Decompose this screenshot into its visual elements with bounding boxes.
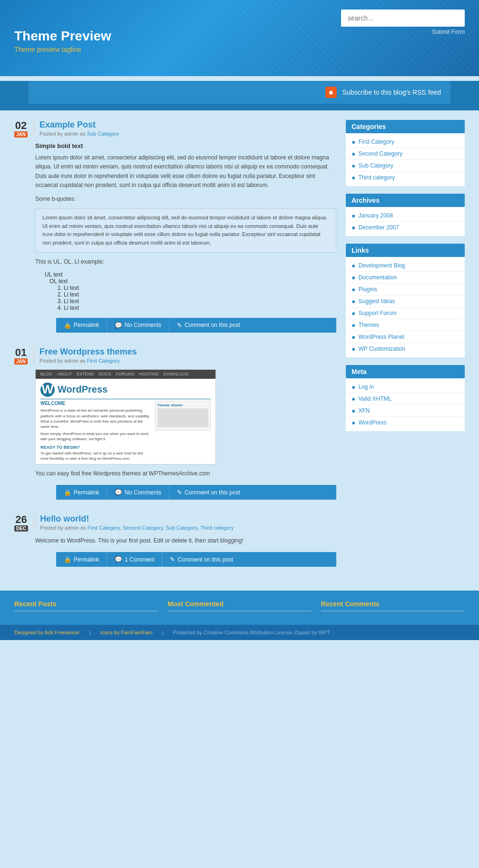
permalink-button-2[interactable]: 🔒 Permalink xyxy=(56,485,107,500)
post-cat-second[interactable]: Second Category xyxy=(123,525,163,531)
footer-most-commented-title: Most Commented xyxy=(167,600,311,612)
post-meta-3: Hello world! Posted by admin as First Ca… xyxy=(34,514,234,531)
post-bold-text-1: Simple bold text xyxy=(35,142,336,149)
post-author-1: Posted by admin as Sub Category xyxy=(39,131,119,137)
meta-login[interactable]: Log in xyxy=(358,384,374,390)
link-themes[interactable]: Themes xyxy=(358,322,379,328)
bullet-icon: ● xyxy=(352,150,355,158)
wp-circle-logo: W xyxy=(40,383,55,397)
comment-action-button-2[interactable]: ✎ Comment on this post xyxy=(169,485,248,500)
link-plugins[interactable]: Plugins xyxy=(358,286,377,293)
search-input[interactable] xyxy=(341,10,465,27)
nav-docs: DOCS xyxy=(99,372,111,376)
permalink-label-3: Permalink xyxy=(74,556,99,563)
permalink-label-2: Permalink xyxy=(74,489,99,496)
permalink-button-1[interactable]: 🔒 Permalink xyxy=(56,318,107,333)
list-item: ●Themes xyxy=(346,319,465,331)
post-cat-sub[interactable]: Sub Category xyxy=(166,525,197,531)
post-title-2[interactable]: Free Wordpress themes xyxy=(39,347,137,356)
post-day-3: 26 xyxy=(14,514,28,525)
footer-recent-comments-title: Recent Comments xyxy=(321,600,465,612)
lock-icon-3: 🔒 xyxy=(64,556,71,563)
wp-themes-panel: Theme Viewer xyxy=(155,401,211,431)
post-header-3: 26 DEC Hello world! Posted by admin as F… xyxy=(14,514,336,532)
archive-dec-2007[interactable]: December 2007 xyxy=(358,224,399,231)
post-text-3: Welcome to WordPress. This is your first… xyxy=(35,536,336,545)
post-category-link-2[interactable]: First Category xyxy=(87,358,120,364)
bullet-icon: ● xyxy=(352,309,355,317)
no-comments-button-1[interactable]: 💬 No Comments xyxy=(107,318,169,333)
link-dev-blog[interactable]: Development Blog xyxy=(358,262,405,269)
archives-list: ●January 2008 ●December 2007 xyxy=(346,207,465,236)
nav-hosting: HOSTING xyxy=(139,372,159,376)
comment-action-label-3: Comment on this post xyxy=(177,556,233,563)
post-title-1[interactable]: Example Post xyxy=(39,120,96,129)
list-item: ●Plugins xyxy=(346,284,465,296)
footer-widgets: Recent Posts Most Commented Recent Comme… xyxy=(0,591,479,625)
post-meta-1: Example Post Posted by admin as Sub Cate… xyxy=(33,120,119,137)
link-suggest-ideas[interactable]: Suggest Ideas xyxy=(358,298,395,305)
post-cat-third[interactable]: Third category xyxy=(200,525,234,531)
page-wrapper: 02 JAN Example Post Posted by admin as S… xyxy=(0,110,479,591)
comments-label-1: No Comments xyxy=(125,322,161,328)
nav-download: DOWNLOAD xyxy=(164,372,189,376)
bullet-icon: ● xyxy=(352,395,355,403)
category-first[interactable]: First Category xyxy=(358,138,394,145)
link-documentation[interactable]: Documentation xyxy=(358,274,397,281)
list-item: ●XFN xyxy=(346,405,465,417)
comments-button-3[interactable]: 💬 1 Comment xyxy=(107,552,162,567)
subscribe-label: Subscribe to this blog's RSS feed xyxy=(342,89,441,96)
meta-list: ●Log in ●Valid XHTML ●XFN ●WordPress xyxy=(346,378,465,431)
footer-designer-link[interactable]: Designed by Adii Freelancer xyxy=(14,630,80,635)
meta-widget: Meta ●Log in ●Valid XHTML ●XFN ●WordPres… xyxy=(346,365,465,431)
category-third[interactable]: Third category xyxy=(358,174,395,181)
comment-action-button-1[interactable]: ✎ Comment on this post xyxy=(169,318,248,333)
subscribe-bar[interactable]: ■ Subscribe to this blog's RSS feed xyxy=(29,81,450,104)
meta-xfn[interactable]: XFN xyxy=(358,407,370,414)
list-item: ●December 2007 xyxy=(346,222,465,233)
list-item: ●Second Category xyxy=(346,148,465,160)
post-day-2: 01 xyxy=(14,347,28,358)
meta-wordpress[interactable]: WordPress xyxy=(358,419,386,426)
footer-recent-comments: Recent Comments xyxy=(321,600,465,615)
post-2: 01 JAN Free Wordpress themes Posted by a… xyxy=(14,347,336,500)
permalink-label-1: Permalink xyxy=(74,322,99,328)
footer-divider-1: | xyxy=(89,630,91,635)
bullet-icon: ● xyxy=(352,224,355,231)
link-wp-planet[interactable]: WordPress Planet xyxy=(358,334,404,340)
archive-jan-2008[interactable]: January 2008 xyxy=(358,212,393,219)
nav-about: ABOUT xyxy=(57,372,72,376)
edit-icon-3: ✎ xyxy=(170,556,175,563)
category-sub[interactable]: Sub Category xyxy=(358,162,393,169)
post-ul-label-1: This is UL, OL, LI example: xyxy=(35,257,336,266)
links-title: Links xyxy=(346,244,465,257)
list-item: ●Third category xyxy=(346,172,465,183)
wp-begin-text: To get started with WordPress, set it up… xyxy=(40,451,152,461)
permalink-button-3[interactable]: 🔒 Permalink xyxy=(56,552,107,567)
post-month-2: JAN xyxy=(14,358,28,365)
category-second[interactable]: Second Category xyxy=(358,150,402,157)
post-cat-first[interactable]: First Category xyxy=(88,525,120,531)
link-wp-customization[interactable]: WP Customization xyxy=(358,345,405,352)
post-body-2: BLOG ABOUT EXTEND DOCS FORUMS HOSTING DO… xyxy=(35,369,336,500)
ul-item: UL text OL text Li text Li text Li text … xyxy=(45,271,336,311)
post-date-2: 01 JAN xyxy=(14,347,28,365)
ol-item: OL text Li text Li text Li text Li text xyxy=(49,278,336,311)
wp-screenshot: BLOG ABOUT EXTEND DOCS FORUMS HOSTING DO… xyxy=(36,370,215,464)
comment-icon-3: 💬 xyxy=(115,556,122,563)
categories-title: Categories xyxy=(346,120,465,133)
submit-form-button[interactable]: Submit Form xyxy=(432,29,465,35)
footer-icons-link[interactable]: Icons by FamFamFam xyxy=(100,630,152,635)
post-category-link-1[interactable]: Sub Category xyxy=(87,131,119,137)
no-comments-button-2[interactable]: 💬 No Comments xyxy=(107,485,169,500)
comment-action-label-1: Comment on this post xyxy=(185,322,240,328)
meta-xhtml[interactable]: Valid XHTML xyxy=(358,395,391,402)
post-title-3[interactable]: Hello world! xyxy=(40,514,89,523)
comment-action-button-3[interactable]: ✎ Comment on this post xyxy=(162,552,241,567)
wp-theme-panel-title: Theme Viewer xyxy=(157,403,208,407)
wp-side-col: Theme Viewer xyxy=(155,401,211,461)
meta-title: Meta xyxy=(346,365,465,378)
post-ul-example-1: UL text OL text Li text Li text Li text … xyxy=(40,271,336,311)
link-support-forum[interactable]: Support Forum xyxy=(358,310,396,316)
search-form: Submit Form xyxy=(341,10,465,35)
